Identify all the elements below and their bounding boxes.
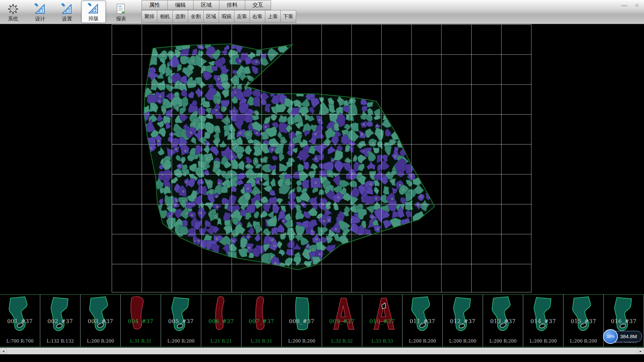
tool-camera-button[interactable]: 相机: [157, 10, 173, 23]
piece-shape: [606, 295, 641, 334]
ribbon-tabs: 属性编辑区域排料交互: [142, 0, 271, 10]
piece-shape: [486, 295, 521, 334]
piece-quantity: L:200 R:200: [402, 339, 442, 344]
minimize-button[interactable]: —: [621, 1, 628, 8]
piece-shape: [83, 295, 118, 334]
tool-align-top-button[interactable]: 上靠: [265, 10, 281, 23]
piece-name: 009_#37: [322, 318, 362, 324]
piece-name: 014_#37: [523, 318, 563, 324]
ribbon-tools: 聚排相机选割全割区域瑕疵左靠右靠上靠下靠: [142, 10, 296, 23]
tab-region[interactable]: 区域: [193, 0, 219, 10]
piece-thumbnail[interactable]: 006_#37L:21 R:21: [201, 295, 241, 347]
close-button[interactable]: ×: [633, 1, 641, 8]
main-button-label: 报表: [116, 16, 126, 22]
piece-quantity: L:700 R:700: [0, 339, 40, 344]
piece-shape: [445, 295, 480, 334]
scroll-left-arrow-icon[interactable]: ◄: [0, 348, 7, 354]
piece-name: 007_#37: [241, 318, 281, 324]
piece-quantity: L:200 R:200: [161, 339, 201, 344]
main-button-label: 排版: [89, 15, 99, 22]
piece-thumbnail[interactable]: 002_#37L:132 R:132: [40, 295, 80, 347]
gear-icon: [7, 3, 19, 15]
piece-name: 001_#37: [0, 318, 40, 324]
piece-thumbnail[interactable]: 009_#37L:32 R:32: [322, 295, 362, 347]
piece-quantity: L:32 R:32: [322, 339, 362, 344]
piece-shape: [284, 295, 319, 334]
tool-cut-all-button[interactable]: 全割: [188, 10, 204, 23]
piece-name: 002_#37: [40, 318, 80, 324]
piece-thumbnail[interactable]: 008_#37L:200 R:200: [282, 295, 322, 347]
main-button-label: 设置: [62, 16, 72, 22]
piece-thumbnail[interactable]: 012_#37L:200 R:200: [443, 295, 483, 347]
main-button-settings[interactable]: 设置: [55, 1, 79, 23]
tool-align-bottom-button[interactable]: 下靠: [280, 10, 296, 23]
main-button-label: 系统: [8, 16, 18, 22]
piece-name: 016_#37: [604, 318, 644, 324]
piece-quantity: L:31 R:31: [241, 339, 281, 344]
nesting-drawing: [0, 24, 644, 294]
piece-quantity: L:200 R:200: [282, 339, 322, 344]
piece-name: 012_#37: [443, 318, 483, 324]
progress-value: 38%: [606, 334, 614, 339]
tab-interaction[interactable]: 交互: [245, 0, 271, 10]
piece-name: 011_#37: [402, 318, 442, 324]
piece-quantity: L:33 R:33: [362, 339, 402, 344]
piece-shape: [164, 295, 199, 334]
piece-name: 006_#37: [201, 318, 241, 324]
piece-name: 013_#37: [483, 318, 523, 324]
layout-ruler-icon: [88, 2, 100, 15]
main-button-layout[interactable]: 排版: [82, 1, 106, 23]
piece-thumbnail[interactable]: 001_#37L:700 R:700: [0, 295, 40, 347]
piece-shape: [325, 295, 360, 334]
application-window: 系统设计设置排版报表 属性编辑区域排料交互 聚排相机选割全割区域瑕疵左靠右靠上靠…: [0, 0, 644, 362]
piece-shape: [204, 295, 239, 334]
tool-align-right-button[interactable]: 右靠: [250, 10, 265, 23]
piece-name: 015_#37: [564, 318, 603, 324]
nesting-canvas[interactable]: [0, 24, 644, 294]
main-button-report[interactable]: 报表: [109, 1, 133, 23]
piece-thumbnail[interactable]: 011_#37L:200 R:200: [402, 295, 443, 347]
piece-thumbnail[interactable]: 003_#37L:200 R:200: [80, 295, 121, 347]
piece-shape: [43, 295, 78, 334]
piece-quantity: L:132 R:132: [40, 339, 80, 344]
scroll-right-arrow-icon[interactable]: ►: [637, 348, 644, 354]
settings-ruler-icon: [61, 3, 73, 15]
tool-defect-button[interactable]: 瑕疵: [219, 10, 234, 23]
piece-thumbnail[interactable]: 015_#37L:200 R:200: [564, 295, 604, 347]
tab-nesting[interactable]: 排料: [219, 0, 245, 10]
piece-quantity: L:200 R:200: [483, 339, 523, 344]
piece-shape: [405, 295, 440, 334]
piece-quantity: L:31 R:31: [121, 339, 161, 344]
piece-quantity: L:21 R:21: [201, 339, 241, 344]
piece-shape: [526, 295, 561, 334]
piece-thumbnail[interactable]: 013_#37L:200 R:200: [483, 295, 523, 347]
piece-name: 003_#37: [80, 318, 120, 324]
piece-thumbnail[interactable]: 005_#37L:200 R:200: [161, 295, 201, 347]
piece-quantity: L:200 R:200: [443, 339, 483, 344]
piece-shape: [123, 295, 158, 334]
main-button-system[interactable]: 系统: [1, 1, 25, 23]
piece-name: 010_#37: [362, 318, 402, 324]
piece-thumbnail[interactable]: 014_#37L:200 R:200: [523, 295, 564, 347]
progress-badge: 38%: [603, 329, 618, 344]
piece-quantity: L:200 R:200: [80, 339, 120, 344]
ribbon: 系统设计设置排版报表 属性编辑区域排料交互 聚排相机选割全割区域瑕疵左靠右靠上靠…: [0, 0, 644, 24]
piece-name: 008_#37: [282, 318, 322, 324]
tool-region-button[interactable]: 区域: [203, 10, 219, 23]
window-controls: — ×: [621, 1, 641, 8]
piece-name: 004_#37: [121, 318, 161, 324]
tool-align-left-button[interactable]: 左靠: [234, 10, 250, 23]
tool-cluster-nest-button[interactable]: 聚排: [142, 10, 157, 23]
horizontal-scrollbar[interactable]: ◄ ►: [0, 348, 644, 354]
piece-quantity: L:200 R:200: [523, 339, 563, 344]
tab-properties[interactable]: 属性: [142, 0, 168, 10]
piece-shape: [244, 295, 279, 334]
memory-status: 38% 384.8M: [603, 329, 642, 344]
design-ruler-icon: [34, 3, 46, 15]
piece-thumbnail[interactable]: 007_#37L:31 R:31: [241, 295, 282, 347]
tool-select-cut-button[interactable]: 选割: [172, 10, 188, 23]
main-button-design[interactable]: 设计: [28, 1, 52, 23]
tab-edit[interactable]: 编辑: [167, 0, 194, 10]
piece-thumbnail[interactable]: 004_#37L:31 R:31: [121, 295, 161, 347]
piece-thumbnail[interactable]: 010_#37L:33 R:33: [362, 295, 402, 347]
